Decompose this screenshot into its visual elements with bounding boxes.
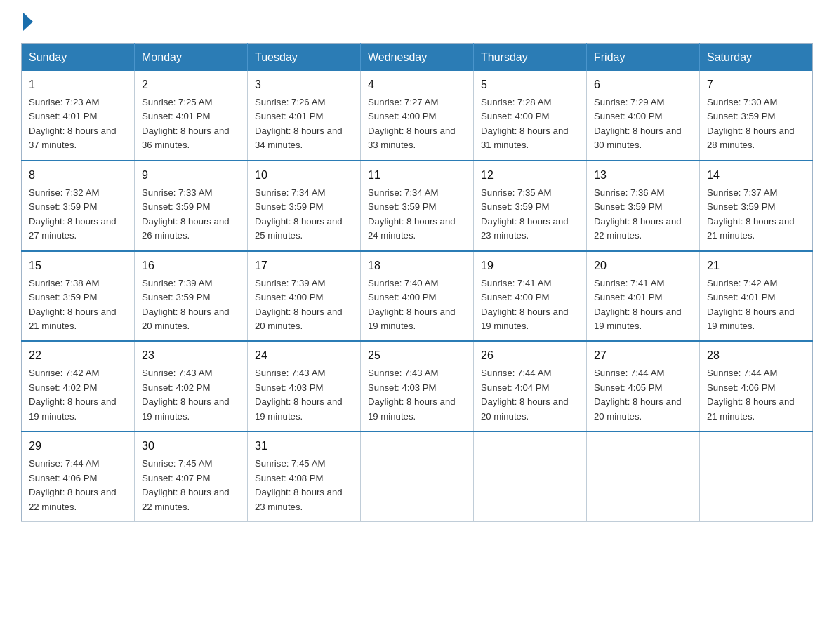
- day-header-sunday: Sunday: [22, 44, 135, 72]
- calendar-cell: 10Sunrise: 7:34 AMSunset: 3:59 PMDayligh…: [248, 161, 361, 251]
- day-number: 23: [142, 347, 240, 364]
- day-info: Sunrise: 7:36 AMSunset: 3:59 PMDaylight:…: [594, 186, 692, 243]
- day-number: 25: [368, 347, 466, 364]
- day-info: Sunrise: 7:40 AMSunset: 4:00 PMDaylight:…: [368, 276, 466, 334]
- day-info: Sunrise: 7:39 AMSunset: 4:00 PMDaylight:…: [255, 276, 353, 334]
- day-info: Sunrise: 7:23 AMSunset: 4:01 PMDaylight:…: [29, 95, 127, 153]
- day-info: Sunrise: 7:26 AMSunset: 4:01 PMDaylight:…: [255, 95, 353, 153]
- calendar-cell: 2Sunrise: 7:25 AMSunset: 4:01 PMDaylight…: [135, 71, 248, 161]
- day-number: 1: [29, 76, 127, 93]
- logo-arrow-icon: [23, 13, 33, 31]
- day-number: 21: [707, 257, 805, 274]
- day-header-monday: Monday: [135, 44, 248, 72]
- calendar-cell: 14Sunrise: 7:37 AMSunset: 3:59 PMDayligh…: [700, 161, 813, 251]
- day-number: 14: [707, 167, 805, 184]
- day-info: Sunrise: 7:45 AMSunset: 4:07 PMDaylight:…: [142, 457, 240, 514]
- day-number: 22: [29, 347, 127, 364]
- day-number: 27: [594, 347, 692, 364]
- calendar-cell: 22Sunrise: 7:42 AMSunset: 4:02 PMDayligh…: [22, 341, 135, 431]
- day-number: 13: [594, 167, 692, 184]
- week-row-4: 22Sunrise: 7:42 AMSunset: 4:02 PMDayligh…: [22, 341, 813, 431]
- calendar-cell: 5Sunrise: 7:28 AMSunset: 4:00 PMDaylight…: [474, 71, 587, 161]
- calendar-cell: 1Sunrise: 7:23 AMSunset: 4:01 PMDaylight…: [22, 71, 135, 161]
- calendar-cell: 11Sunrise: 7:34 AMSunset: 3:59 PMDayligh…: [361, 161, 474, 251]
- calendar-cell: 20Sunrise: 7:41 AMSunset: 4:01 PMDayligh…: [587, 251, 700, 342]
- day-number: 9: [142, 167, 240, 184]
- calendar-cell: 19Sunrise: 7:41 AMSunset: 4:00 PMDayligh…: [474, 251, 587, 342]
- day-number: 30: [142, 438, 240, 455]
- calendar-cell: 3Sunrise: 7:26 AMSunset: 4:01 PMDaylight…: [248, 71, 361, 161]
- calendar-cell: 27Sunrise: 7:44 AMSunset: 4:05 PMDayligh…: [587, 341, 700, 431]
- day-number: 10: [255, 167, 353, 184]
- day-info: Sunrise: 7:42 AMSunset: 4:02 PMDaylight:…: [29, 366, 127, 424]
- day-info: Sunrise: 7:35 AMSunset: 3:59 PMDaylight:…: [481, 186, 579, 243]
- day-info: Sunrise: 7:43 AMSunset: 4:02 PMDaylight:…: [142, 366, 240, 424]
- calendar-body: 1Sunrise: 7:23 AMSunset: 4:01 PMDaylight…: [22, 71, 813, 522]
- calendar-cell: [700, 431, 813, 521]
- day-info: Sunrise: 7:28 AMSunset: 4:00 PMDaylight:…: [481, 95, 579, 153]
- day-info: Sunrise: 7:25 AMSunset: 4:01 PMDaylight:…: [142, 95, 240, 153]
- day-info: Sunrise: 7:41 AMSunset: 4:01 PMDaylight:…: [594, 276, 692, 334]
- calendar-cell: 28Sunrise: 7:44 AMSunset: 4:06 PMDayligh…: [700, 341, 813, 431]
- day-info: Sunrise: 7:30 AMSunset: 3:59 PMDaylight:…: [707, 95, 805, 153]
- day-number: 26: [481, 347, 579, 364]
- day-number: 20: [594, 257, 692, 274]
- day-number: 7: [707, 76, 805, 93]
- day-number: 4: [368, 76, 466, 93]
- day-header-row: SundayMondayTuesdayWednesdayThursdayFrid…: [22, 44, 813, 72]
- page-header: [21, 14, 813, 31]
- week-row-1: 1Sunrise: 7:23 AMSunset: 4:01 PMDaylight…: [22, 71, 813, 161]
- day-number: 12: [481, 167, 579, 184]
- day-number: 19: [481, 257, 579, 274]
- logo: [21, 14, 36, 31]
- calendar-cell: 23Sunrise: 7:43 AMSunset: 4:02 PMDayligh…: [135, 341, 248, 431]
- day-number: 17: [255, 257, 353, 274]
- calendar-cell: 31Sunrise: 7:45 AMSunset: 4:08 PMDayligh…: [248, 431, 361, 521]
- calendar-cell: 25Sunrise: 7:43 AMSunset: 4:03 PMDayligh…: [361, 341, 474, 431]
- calendar-cell: 16Sunrise: 7:39 AMSunset: 3:59 PMDayligh…: [135, 251, 248, 342]
- day-header-wednesday: Wednesday: [361, 44, 474, 72]
- week-row-3: 15Sunrise: 7:38 AMSunset: 3:59 PMDayligh…: [22, 251, 813, 342]
- calendar-cell: 29Sunrise: 7:44 AMSunset: 4:06 PMDayligh…: [22, 431, 135, 521]
- day-header-tuesday: Tuesday: [248, 44, 361, 72]
- day-info: Sunrise: 7:33 AMSunset: 3:59 PMDaylight:…: [142, 186, 240, 243]
- day-number: 28: [707, 347, 805, 364]
- day-info: Sunrise: 7:44 AMSunset: 4:04 PMDaylight:…: [481, 366, 579, 424]
- day-header-saturday: Saturday: [700, 44, 813, 72]
- day-info: Sunrise: 7:44 AMSunset: 4:06 PMDaylight:…: [707, 366, 805, 424]
- day-info: Sunrise: 7:44 AMSunset: 4:05 PMDaylight:…: [594, 366, 692, 424]
- day-number: 18: [368, 257, 466, 274]
- day-info: Sunrise: 7:34 AMSunset: 3:59 PMDaylight:…: [255, 186, 353, 243]
- day-info: Sunrise: 7:27 AMSunset: 4:00 PMDaylight:…: [368, 95, 466, 153]
- day-number: 11: [368, 167, 466, 184]
- calendar-cell: 21Sunrise: 7:42 AMSunset: 4:01 PMDayligh…: [700, 251, 813, 342]
- day-info: Sunrise: 7:45 AMSunset: 4:08 PMDaylight:…: [255, 457, 353, 514]
- calendar-cell: 4Sunrise: 7:27 AMSunset: 4:00 PMDaylight…: [361, 71, 474, 161]
- week-row-5: 29Sunrise: 7:44 AMSunset: 4:06 PMDayligh…: [22, 431, 813, 521]
- day-info: Sunrise: 7:41 AMSunset: 4:00 PMDaylight:…: [481, 276, 579, 334]
- calendar-cell: 13Sunrise: 7:36 AMSunset: 3:59 PMDayligh…: [587, 161, 700, 251]
- day-info: Sunrise: 7:42 AMSunset: 4:01 PMDaylight:…: [707, 276, 805, 334]
- calendar-cell: [474, 431, 587, 521]
- calendar-cell: 24Sunrise: 7:43 AMSunset: 4:03 PMDayligh…: [248, 341, 361, 431]
- day-info: Sunrise: 7:32 AMSunset: 3:59 PMDaylight:…: [29, 186, 127, 243]
- calendar-cell: 7Sunrise: 7:30 AMSunset: 3:59 PMDaylight…: [700, 71, 813, 161]
- week-row-2: 8Sunrise: 7:32 AMSunset: 3:59 PMDaylight…: [22, 161, 813, 251]
- day-info: Sunrise: 7:44 AMSunset: 4:06 PMDaylight:…: [29, 457, 127, 514]
- calendar-cell: 26Sunrise: 7:44 AMSunset: 4:04 PMDayligh…: [474, 341, 587, 431]
- day-number: 16: [142, 257, 240, 274]
- day-info: Sunrise: 7:34 AMSunset: 3:59 PMDaylight:…: [368, 186, 466, 243]
- calendar-cell: [361, 431, 474, 521]
- day-info: Sunrise: 7:39 AMSunset: 3:59 PMDaylight:…: [142, 276, 240, 334]
- calendar-cell: 15Sunrise: 7:38 AMSunset: 3:59 PMDayligh…: [22, 251, 135, 342]
- day-number: 5: [481, 76, 579, 93]
- day-info: Sunrise: 7:29 AMSunset: 4:00 PMDaylight:…: [594, 95, 692, 153]
- day-number: 8: [29, 167, 127, 184]
- calendar-cell: 8Sunrise: 7:32 AMSunset: 3:59 PMDaylight…: [22, 161, 135, 251]
- calendar-cell: [587, 431, 700, 521]
- day-info: Sunrise: 7:37 AMSunset: 3:59 PMDaylight:…: [707, 186, 805, 243]
- day-header-thursday: Thursday: [474, 44, 587, 72]
- calendar-cell: 18Sunrise: 7:40 AMSunset: 4:00 PMDayligh…: [361, 251, 474, 342]
- calendar-table: SundayMondayTuesdayWednesdayThursdayFrid…: [21, 43, 813, 522]
- calendar-header: SundayMondayTuesdayWednesdayThursdayFrid…: [22, 44, 813, 72]
